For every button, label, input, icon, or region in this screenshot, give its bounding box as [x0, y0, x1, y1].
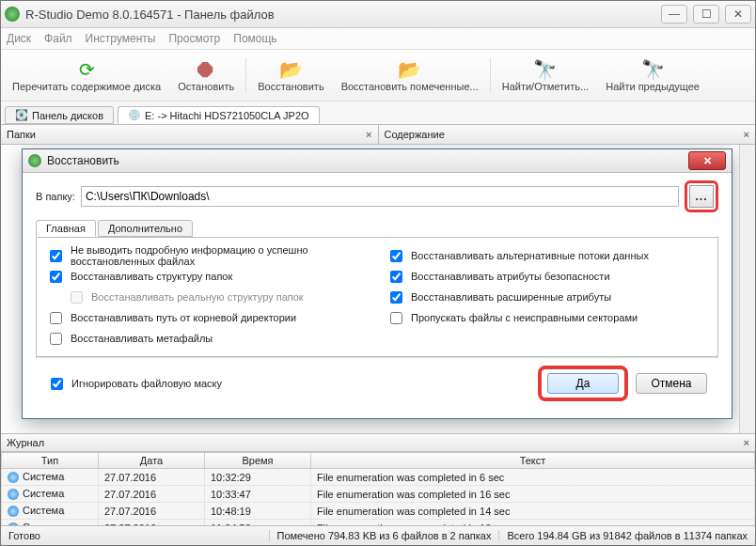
opt-real-struct: Восстанавливать реальную структуру папок [46, 289, 368, 306]
close-folders-icon[interactable]: × [366, 129, 371, 140]
binoculars-icon: 🔭 [534, 58, 557, 81]
opt-skip-bad[interactable]: Пропускать файлы с неисправными секторам… [386, 309, 708, 327]
contents-pane-header: Содержание × [378, 125, 756, 144]
refresh-button[interactable]: ⟳ Перечитать содержимое диска [5, 56, 168, 94]
opt-ignore-mask[interactable]: Игнорировать файловую маску [47, 375, 222, 393]
opt-folder-struct[interactable]: Восстанавливать структуру папок [46, 268, 368, 286]
binoculars-prev-icon: 🔭 [641, 58, 664, 81]
ok-highlight: Да [538, 366, 628, 401]
col-date[interactable]: Дата [99, 453, 205, 469]
toolbar-sep [490, 58, 491, 92]
titlebar: R-Studio Demo 8.0.164571 - Панель файлов… [1, 1, 755, 28]
col-time[interactable]: Время [205, 453, 311, 469]
maximize-button[interactable]: ☐ [693, 5, 719, 23]
opt-sec-attrs[interactable]: Восстанавливать атрибуты безопасности [386, 268, 708, 286]
ok-button[interactable]: Да [547, 373, 619, 394]
dialog-close-button[interactable]: ✕ [688, 151, 726, 170]
menu-tools[interactable]: Инструменты [86, 32, 156, 45]
tab-disks[interactable]: 💽 Панель дисков [5, 106, 114, 124]
close-contents-icon[interactable]: × [744, 129, 749, 140]
cancel-button[interactable]: Отмена [636, 373, 707, 394]
recover-dialog: Восстановить ✕ В папку: ... Главная Допо… [22, 148, 732, 419]
tab-drive[interactable]: 💿 E: -> Hitachi HDS721050CLA JP2O [118, 106, 320, 124]
window-title: R-Studio Demo 8.0.164571 - Панель файлов [25, 8, 661, 22]
main-window: R-Studio Demo 8.0.164571 - Панель файлов… [0, 0, 756, 546]
log-table: Тип Дата Время Текст Система27.07.201610… [1, 452, 755, 526]
minimize-button[interactable]: — [661, 5, 687, 23]
status-marked: Помечено 794.83 KB из 6 файлов в 2 папка… [269, 530, 499, 541]
info-icon [8, 472, 19, 483]
opt-ext-attrs[interactable]: Восстанавливать расширенные атрибуты [386, 289, 708, 306]
status-total: Всего 194.84 GB из 91842 файлов в 11374 … [498, 530, 755, 541]
disks-icon: 💽 [15, 109, 28, 121]
dialog-tab-main[interactable]: Главная [36, 220, 96, 237]
opt-alt-streams[interactable]: Восстанавливать альтернативные потоки да… [386, 247, 708, 265]
table-row[interactable]: Система27.07.201610:32:29File enumeratio… [2, 469, 755, 486]
tab-row: 💽 Панель дисков 💿 E: -> Hitachi HDS72105… [1, 101, 755, 125]
recover-marked-icon: 📂 [399, 58, 421, 81]
status-bar: Готово Помечено 794.83 KB из 6 файлов в … [1, 526, 755, 545]
opt-no-detail[interactable]: Не выводить подробную информацию о успеш… [46, 244, 368, 267]
opt-from-root[interactable]: Восстанавливать путь от корневой директо… [46, 309, 368, 327]
log-area: Тип Дата Время Текст Система27.07.201610… [1, 452, 755, 526]
pane-headers: Папки × Содержание × [1, 125, 755, 145]
stop-button[interactable]: ⯃ Остановить [170, 56, 242, 94]
log-header: Журнал × [1, 433, 755, 452]
dialog-titlebar: Восстановить ✕ [23, 149, 732, 173]
info-icon [8, 489, 19, 500]
menu-help[interactable]: Помощь [233, 32, 276, 45]
main-area: Восстановить ✕ В папку: ... Главная Допо… [1, 145, 755, 433]
dialog-title: Восстановить [47, 154, 119, 167]
recover-button[interactable]: 📂 Восстановить [250, 56, 331, 94]
recover-icon: 📂 [279, 58, 302, 81]
stop-icon: ⯃ [195, 58, 217, 81]
app-icon [5, 7, 20, 22]
status-ready: Готово [1, 530, 48, 541]
menu-file[interactable]: Файл [44, 32, 72, 45]
find-prev-button[interactable]: 🔭 Найти предыдущее [598, 56, 707, 94]
browse-highlight: ... [685, 180, 718, 212]
toolbar: ⟳ Перечитать содержимое диска ⯃ Останови… [1, 50, 755, 101]
table-row[interactable]: Система27.07.201610:33:47File enumeratio… [2, 486, 755, 503]
dialog-options-panel: Не выводить подробную информацию о успеш… [36, 238, 718, 357]
path-input[interactable] [81, 186, 679, 207]
info-icon [8, 506, 19, 517]
close-log-icon[interactable]: × [744, 437, 749, 448]
refresh-icon: ⟳ [75, 58, 98, 81]
menu-view[interactable]: Просмотр [168, 32, 220, 45]
find-button[interactable]: 🔭 Найти/Отметить... [495, 56, 596, 94]
col-text[interactable]: Текст [311, 453, 755, 469]
table-row[interactable]: Система27.07.201611:24:50File enumeratio… [2, 520, 755, 526]
menu-disk[interactable]: Диск [7, 32, 31, 45]
menubar: Диск Файл Инструменты Просмотр Помощь [1, 28, 755, 50]
drive-icon: 💿 [128, 109, 141, 121]
path-label: В папку: [36, 191, 75, 202]
close-button[interactable]: ✕ [725, 5, 751, 23]
scrollbar[interactable] [739, 145, 755, 433]
folders-pane-header: Папки × [1, 125, 378, 144]
recover-marked-button[interactable]: 📂 Восстановить помеченные... [334, 56, 486, 94]
toolbar-sep [245, 58, 246, 92]
opt-metafiles[interactable]: Восстанавливать метафайлы [46, 330, 368, 348]
browse-button[interactable]: ... [689, 185, 714, 208]
dialog-tab-extra[interactable]: Дополнительно [98, 220, 193, 237]
col-type[interactable]: Тип [2, 453, 99, 469]
table-row[interactable]: Система27.07.201610:48:19File enumeratio… [2, 503, 755, 520]
dialog-icon [28, 154, 41, 167]
